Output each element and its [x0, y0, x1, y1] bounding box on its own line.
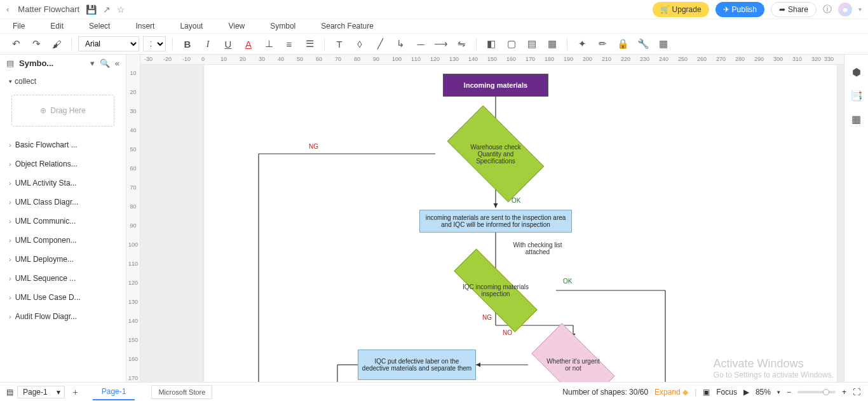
focus-button[interactable]: Focus [716, 388, 737, 397]
italic-button[interactable]: I [200, 36, 216, 52]
label-ng2: NG [482, 314, 492, 321]
cart-icon: 🛒 [660, 5, 670, 14]
page-tab[interactable]: Page-1 [93, 384, 135, 400]
redo-button[interactable]: ↷ [28, 36, 44, 52]
line-jump-button[interactable]: ⇋ [453, 36, 470, 52]
sidebar-group[interactable]: Basic Flowchart ... [0, 135, 126, 154]
avatar-menu-caret[interactable]: ▾ [858, 6, 862, 13]
table-button[interactable]: ▦ [655, 36, 672, 52]
toolbar: ↶ ↷ 🖌 Arial 12 B I U A ⊥ ≡ ☰ T ◊ ╱ ↳ ─ ⟶… [0, 33, 868, 55]
add-page-button[interactable]: + [69, 387, 83, 397]
sidebar-group[interactable]: UML Communic... [0, 212, 126, 231]
group-button[interactable]: ◧ [483, 36, 499, 52]
fill-button[interactable]: ◊ [351, 36, 368, 52]
lock-button[interactable]: 🔒 [614, 36, 631, 52]
search-icon[interactable]: 🔍 [100, 58, 110, 68]
fullscreen-icon[interactable]: ⛶ [853, 388, 860, 397]
label-with-checking: With checking list attached [503, 241, 573, 255]
back-icon[interactable]: ‹ [6, 4, 9, 14]
menu-symbol[interactable]: Symbol [270, 22, 295, 31]
favorite-icon[interactable]: ☆ [117, 4, 125, 15]
shape-incoming-materials[interactable]: Incoming materials [443, 74, 548, 97]
label-no: NO [503, 329, 512, 336]
fontsize-select[interactable]: 12 [143, 36, 166, 51]
align-objects-button[interactable]: ▤ [524, 36, 540, 52]
zoom-out-button[interactable]: − [787, 388, 791, 397]
open-external-icon[interactable]: ↗ [103, 4, 111, 15]
tools-button[interactable]: 🔧 [635, 36, 651, 52]
shapes-count-label: Number of shapes: 30/60 [562, 388, 648, 397]
expand-link[interactable]: Expand ◆ [654, 388, 688, 397]
font-select[interactable]: Arial [78, 36, 139, 51]
status-bar: ▤ Page-1 ▾ + Page-1 Microsoft Store Numb… [0, 382, 868, 401]
align-v-button[interactable]: ☰ [301, 36, 318, 52]
zoom-slider[interactable] [797, 391, 836, 393]
sidebar-group[interactable]: UML Activity Sta... [0, 173, 126, 193]
canvas[interactable]: Incoming materials Warehouse check Quant… [140, 65, 844, 382]
shape-urgent[interactable]: Whether it's urgent or not [536, 343, 611, 382]
menu-select[interactable]: Select [89, 22, 110, 31]
menu-edit[interactable]: Edit [50, 22, 64, 31]
ungroup-button[interactable]: ▢ [503, 36, 520, 52]
outline-icon[interactable]: ▤ [6, 388, 13, 397]
apps-panel-icon[interactable]: ▦ [851, 113, 861, 125]
save-icon[interactable]: 💾 [86, 4, 97, 15]
align-h-button[interactable]: ≡ [281, 36, 297, 52]
format-painter-button[interactable]: 🖌 [48, 36, 65, 52]
ai-button[interactable]: ✦ [574, 36, 590, 52]
shape-defective-label[interactable]: IQC put defective laber on the dedective… [358, 350, 476, 380]
sidebar-group[interactable]: UML Componen... [0, 231, 126, 250]
share-button[interactable]: ➦ Share [771, 2, 817, 17]
connector-button[interactable]: ↳ [392, 36, 409, 52]
undo-button[interactable]: ↶ [8, 36, 24, 52]
menu-view[interactable]: View [228, 22, 245, 31]
sidebar-group[interactable]: UML Class Diagr... [0, 193, 126, 212]
presentation-icon[interactable]: ▶ [743, 388, 749, 397]
publish-label: Publish [732, 5, 757, 14]
label-ng: NG [309, 143, 318, 150]
help-icon[interactable]: ⓘ [823, 4, 832, 15]
shape-sent-inspection[interactable]: incoming materials are sent to the inspe… [419, 210, 572, 233]
zoom-value[interactable]: 85% [756, 388, 771, 397]
bold-button[interactable]: B [179, 36, 196, 52]
collect-header[interactable]: ▾ collect [0, 72, 126, 91]
arrow-style-button[interactable]: ⟶ [433, 36, 449, 52]
text-tool-button[interactable]: T [331, 36, 348, 52]
panel-menu-icon[interactable]: ▾ [90, 58, 95, 68]
document-title: Matter Flowchart [18, 4, 79, 14]
font-color-button[interactable]: A [240, 36, 257, 52]
sidebar-group[interactable]: Audit Flow Diagr... [0, 307, 126, 326]
sidebar-group[interactable]: UML Deployme... [0, 250, 126, 269]
page-select[interactable]: Page-1 ▾ [17, 386, 65, 398]
collapse-panel-icon[interactable]: « [115, 58, 119, 68]
page-panel-icon[interactable]: 📑 [850, 90, 863, 102]
distribute-button[interactable]: ▦ [544, 36, 560, 52]
menu-insert[interactable]: Insert [135, 22, 154, 31]
vertical-ruler: 10 20 30 40 50 60 70 80 90 100 110 120 1… [126, 55, 140, 382]
line-style-button[interactable]: ─ [412, 36, 429, 52]
menu-search[interactable]: Search Feature [321, 22, 374, 31]
sidebar-group[interactable]: UML Use Case D... [0, 288, 126, 307]
menu-file[interactable]: File [13, 22, 25, 31]
zoom-in-button[interactable]: + [842, 388, 846, 397]
drag-here-area[interactable]: ⊕ Drag Here [11, 95, 114, 126]
avatar[interactable]: ☻ [838, 3, 852, 17]
sidebar-group[interactable]: Object Relations... [0, 154, 126, 173]
style-panel-icon[interactable]: ⬢ [852, 66, 861, 78]
collect-label: collect [15, 77, 36, 86]
shape-iqc-inspection[interactable]: IQC incoming materials inspection [452, 275, 539, 306]
publish-button[interactable]: ✈ Publish [715, 2, 764, 17]
horizontal-ruler: -30 -20 -10 0 10 20 30 40 50 60 70 80 90… [140, 55, 844, 65]
taskbar-app[interactable]: Microsoft Store [151, 385, 212, 399]
upgrade-label: Upgrade [672, 5, 702, 14]
menu-layout[interactable]: Layout [180, 22, 203, 31]
upgrade-button[interactable]: 🛒 Upgrade [653, 2, 709, 17]
erase-button[interactable]: ✏ [594, 36, 611, 52]
underline-button[interactable]: U [220, 36, 236, 52]
page[interactable]: Incoming materials Warehouse check Quant… [204, 65, 837, 382]
fit-icon[interactable]: ▣ [703, 388, 710, 397]
shape-warehouse-check[interactable]: Warehouse check Quantity and Specificati… [452, 128, 539, 179]
line-button[interactable]: ╱ [372, 36, 388, 52]
text-style-button[interactable]: ⊥ [261, 36, 277, 52]
sidebar-group[interactable]: UML Sequence ... [0, 269, 126, 288]
